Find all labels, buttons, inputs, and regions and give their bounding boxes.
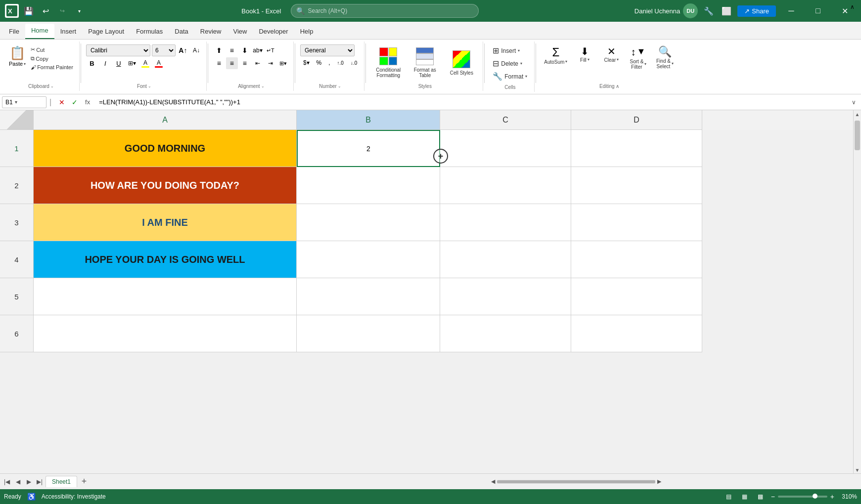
- share-button[interactable]: ↗ Share: [737, 5, 776, 17]
- cell-d5[interactable]: [571, 278, 702, 315]
- zoom-decrease-button[interactable]: −: [771, 493, 775, 501]
- cell-b3[interactable]: [297, 204, 440, 241]
- bold-button[interactable]: B: [86, 57, 98, 69]
- cell-d6[interactable]: [571, 315, 702, 352]
- percent-button[interactable]: %: [314, 57, 325, 68]
- zoom-level[interactable]: 310%: [839, 493, 857, 500]
- cell-b6[interactable]: [297, 315, 440, 352]
- format-as-table-button[interactable]: Format as Table: [408, 44, 442, 80]
- name-box-dropdown-arrow[interactable]: ▾: [15, 99, 17, 105]
- column-header-c[interactable]: C: [440, 110, 571, 130]
- tools-icon[interactable]: 🔧: [702, 4, 716, 18]
- tab-data[interactable]: Data: [169, 25, 194, 39]
- tab-file[interactable]: File: [3, 25, 25, 39]
- tab-review[interactable]: Review: [194, 25, 227, 39]
- scroll-thumb[interactable]: [855, 121, 860, 150]
- save-qat-button[interactable]: 💾: [22, 4, 36, 18]
- column-header-b[interactable]: B: [297, 110, 440, 130]
- ribbon-collapse-button[interactable]: ∧: [847, 2, 857, 12]
- font-expand-icon[interactable]: ⌄: [148, 84, 151, 88]
- cell-styles-button[interactable]: Cell Styles: [444, 47, 479, 78]
- align-center-button[interactable]: ≡: [226, 57, 238, 69]
- format-cells-button[interactable]: 🔧 Format ▾: [490, 70, 530, 83]
- number-expand-icon[interactable]: ⌄: [338, 84, 341, 88]
- row-number-1[interactable]: 1: [0, 130, 34, 167]
- zoom-slider[interactable]: − +: [771, 493, 834, 501]
- clipboard-expand-icon[interactable]: ⌄: [50, 84, 54, 88]
- undo-qat-button[interactable]: ↩: [39, 4, 52, 18]
- decrease-decimal-button[interactable]: ↓.0: [348, 57, 360, 68]
- sort-filter-button[interactable]: ↕ ▼ Sort & Filter ▾: [626, 44, 650, 72]
- accounting-format-button[interactable]: $▾: [300, 57, 313, 68]
- search-box[interactable]: 🔍: [291, 4, 479, 18]
- cell-a5[interactable]: [34, 278, 297, 315]
- sheet-tab-next-button[interactable]: ▶: [24, 477, 34, 487]
- zoom-increase-button[interactable]: +: [830, 493, 834, 501]
- cell-a2[interactable]: HOW ARE YOU DOING TODAY?: [34, 167, 297, 204]
- column-header-a[interactable]: A: [34, 110, 297, 130]
- name-box[interactable]: B1 ▾: [2, 96, 46, 108]
- zoom-track[interactable]: [778, 496, 827, 498]
- merge-center-button[interactable]: ⊞▾: [277, 57, 289, 69]
- row-number-5[interactable]: 5: [0, 278, 34, 315]
- fill-button[interactable]: ⬇ Fill ▾: [572, 44, 597, 72]
- redo-qat-button[interactable]: ↪: [55, 4, 69, 18]
- scroll-track[interactable]: [854, 118, 861, 466]
- decrease-font-size-button[interactable]: A↓: [190, 44, 202, 56]
- italic-button[interactable]: I: [99, 57, 111, 69]
- tab-home[interactable]: Home: [25, 24, 54, 39]
- copy-button[interactable]: ⧉ Copy: [29, 54, 75, 63]
- user-avatar[interactable]: DU: [683, 3, 698, 18]
- cell-b5[interactable]: [297, 278, 440, 315]
- cell-d3[interactable]: [571, 204, 702, 241]
- align-middle-button[interactable]: ≡: [226, 44, 238, 56]
- cell-c3[interactable]: [440, 204, 571, 241]
- scroll-right-button[interactable]: ▶: [657, 478, 661, 485]
- tab-developer[interactable]: Developer: [253, 25, 294, 39]
- page-break-view-button[interactable]: ▩: [755, 491, 766, 502]
- border-button[interactable]: ⊞▾: [126, 57, 138, 69]
- page-layout-view-button[interactable]: ▦: [739, 491, 750, 502]
- normal-view-button[interactable]: ▤: [724, 491, 734, 502]
- cell-a6[interactable]: [34, 315, 297, 352]
- row-number-3[interactable]: 3: [0, 204, 34, 241]
- feedback-icon[interactable]: ⬜: [720, 4, 733, 18]
- horizontal-scroll-thumb[interactable]: [497, 480, 655, 483]
- font-size-select[interactable]: 6: [152, 44, 176, 56]
- cell-d1[interactable]: [571, 130, 702, 167]
- insert-cells-button[interactable]: ⊞ Insert ▾: [490, 44, 530, 57]
- find-select-button[interactable]: 🔍 Find & Select ▾: [652, 44, 677, 72]
- underline-button[interactable]: U: [113, 57, 125, 69]
- horizontal-scroll-track[interactable]: [497, 480, 655, 484]
- editing-collapse-icon[interactable]: ∧: [616, 84, 619, 89]
- add-sheet-button[interactable]: +: [78, 476, 90, 488]
- sheet-tab-prev-button[interactable]: ◀: [13, 477, 23, 487]
- format-painter-button[interactable]: 🖌 Format Painter: [29, 63, 75, 71]
- comma-button[interactable]: ,: [325, 57, 333, 68]
- confirm-formula-button[interactable]: ✓: [69, 97, 80, 108]
- cell-a3[interactable]: I AM FINE: [34, 204, 297, 241]
- orientation-button[interactable]: ab▾: [252, 44, 264, 56]
- tab-view[interactable]: View: [227, 25, 253, 39]
- align-top-button[interactable]: ⬆: [213, 44, 225, 56]
- cell-d2[interactable]: [571, 167, 702, 204]
- scroll-down-arrow[interactable]: ▼: [854, 466, 861, 474]
- cell-a1[interactable]: GOOD MORNING: [34, 130, 297, 167]
- tab-formulas[interactable]: Formulas: [130, 25, 169, 39]
- fill-color-button[interactable]: A: [139, 57, 151, 69]
- scroll-up-arrow[interactable]: ▲: [854, 110, 861, 118]
- formula-expand-button[interactable]: ∨: [848, 97, 859, 108]
- row-number-2[interactable]: 2: [0, 167, 34, 204]
- decrease-indent-button[interactable]: ⇤: [252, 57, 264, 69]
- sheet-tab-first-button[interactable]: |◀: [2, 477, 12, 487]
- align-left-button[interactable]: ≡: [213, 57, 225, 69]
- font-name-select[interactable]: Calibri: [86, 44, 150, 56]
- tab-page-layout[interactable]: Page Layout: [82, 25, 130, 39]
- cut-button[interactable]: ✂ Cut: [29, 45, 75, 54]
- maximize-button[interactable]: □: [807, 0, 829, 22]
- insert-function-button[interactable]: fx: [82, 97, 93, 108]
- sheet-tab-sheet1[interactable]: Sheet1: [45, 476, 77, 487]
- cell-c4[interactable]: [440, 241, 571, 278]
- autosum-button[interactable]: Σ AutoSum ▾: [541, 44, 570, 72]
- cell-a4[interactable]: HOPE YOUR DAY IS GOING WELL: [34, 241, 297, 278]
